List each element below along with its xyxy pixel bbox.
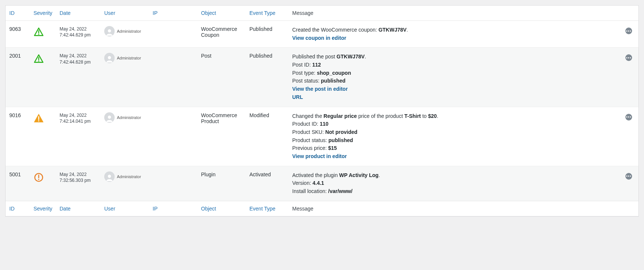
cell-message: Activated the plugin WP Activity Log.Ver… [288, 166, 622, 201]
user-name: Administrator [117, 29, 141, 33]
col-footer-object[interactable]: Object [197, 201, 246, 216]
svg-point-4 [38, 61, 39, 62]
message-content: Activated the plugin WP Activity Log.Ver… [292, 171, 618, 196]
svg-point-11 [38, 179, 39, 180]
table-row: 9016May 24, 20227:42:14.041 pmAdministra… [6, 107, 638, 166]
severity-low-icon [34, 113, 52, 123]
cell-event-type: Modified [246, 107, 288, 166]
col-header-actions [622, 6, 638, 21]
cell-id: 9016 [6, 107, 30, 166]
col-footer-severity[interactable]: Severity [30, 201, 56, 216]
cell-ip [149, 48, 197, 107]
cell-date: May 24, 20227:42:14.041 pm [56, 107, 101, 166]
message-link[interactable]: View the post in editor [292, 86, 348, 92]
cell-message: Created the WooCommerce coupon: GTKWJ78V… [288, 21, 622, 48]
ellipsis-icon: ••• [626, 29, 632, 33]
table-row: 5001May 24, 20227:32:56.303 pmAdministra… [6, 166, 638, 201]
cell-object: Plugin [197, 166, 246, 201]
cell-object: WooCommerce Product [197, 107, 246, 166]
col-header-user[interactable]: User [101, 6, 149, 21]
cell-severity [30, 21, 56, 48]
row-actions-button[interactable]: ••• [625, 173, 632, 180]
cell-object: WooCommerce Coupon [197, 21, 246, 48]
message-link[interactable]: View coupon in editor [292, 35, 346, 41]
col-footer-actions [622, 201, 638, 216]
cell-ip [149, 107, 197, 166]
avatar-icon [104, 112, 115, 123]
svg-point-8 [108, 115, 111, 118]
severity-medium-icon [34, 54, 52, 64]
message-content: Published the post GTKWJ78V.Post ID: 112… [292, 53, 618, 101]
avatar-icon [104, 171, 115, 182]
col-footer-id[interactable]: ID [6, 201, 30, 216]
cell-user: Administrator [101, 166, 149, 201]
col-footer-user[interactable]: User [101, 201, 149, 216]
col-footer-message: Message [288, 201, 622, 216]
activity-log-table: ID Severity Date User IP Object Event Ty… [5, 5, 639, 216]
cell-date: May 24, 20227:42:44.628 pm [56, 48, 101, 107]
table-footer: ID Severity Date User IP Object Event Ty… [6, 201, 638, 216]
table-row: 2001May 24, 20227:42:44.628 pmAdministra… [6, 48, 638, 107]
cell-id: 9063 [6, 21, 30, 48]
ellipsis-icon: ••• [626, 115, 632, 119]
col-header-id[interactable]: ID [6, 6, 30, 21]
cell-id: 5001 [6, 166, 30, 201]
cell-severity [30, 107, 56, 166]
svg-point-12 [108, 174, 111, 177]
cell-user: Administrator [101, 107, 149, 166]
severity-high-icon [34, 172, 52, 183]
svg-point-2 [108, 29, 111, 32]
col-footer-event-type[interactable]: Event Type [246, 201, 288, 216]
cell-actions: ••• [622, 166, 638, 201]
col-header-message: Message [288, 6, 622, 21]
svg-point-5 [108, 56, 111, 59]
user-name: Administrator [117, 174, 141, 179]
message-content: Changed the Regular price price of the p… [292, 112, 618, 161]
message-content: Created the WooCommerce coupon: GTKWJ78V… [292, 26, 618, 42]
col-header-severity[interactable]: Severity [30, 6, 56, 21]
cell-severity [30, 48, 56, 107]
cell-event-type: Published [246, 21, 288, 48]
col-header-event-type[interactable]: Event Type [246, 6, 288, 21]
cell-severity [30, 166, 56, 201]
row-actions-button[interactable]: ••• [625, 114, 632, 120]
user-name: Administrator [117, 56, 141, 60]
message-link[interactable]: View product in editor [292, 153, 347, 159]
severity-medium-icon [34, 27, 52, 37]
ellipsis-icon: ••• [626, 174, 632, 178]
svg-point-1 [38, 34, 39, 35]
cell-message: Changed the Regular price price of the p… [288, 107, 622, 166]
ellipsis-icon: ••• [626, 56, 632, 60]
col-footer-date[interactable]: Date [56, 201, 101, 216]
cell-message: Published the post GTKWJ78V.Post ID: 112… [288, 48, 622, 107]
cell-date: May 24, 20227:32:56.303 pm [56, 166, 101, 201]
cell-object: Post [197, 48, 246, 107]
row-actions-button[interactable]: ••• [625, 28, 632, 34]
table-header: ID Severity Date User IP Object Event Ty… [6, 6, 638, 21]
cell-date: May 24, 20227:42:44.629 pm [56, 21, 101, 48]
cell-user: Administrator [101, 48, 149, 107]
cell-actions: ••• [622, 48, 638, 107]
cell-event-type: Activated [246, 166, 288, 201]
cell-actions: ••• [622, 107, 638, 166]
cell-event-type: Published [246, 48, 288, 107]
cell-ip [149, 21, 197, 48]
table-row: 9063May 24, 20227:42:44.629 pmAdministra… [6, 21, 638, 48]
avatar-icon [104, 26, 115, 36]
cell-ip [149, 166, 197, 201]
user-name: Administrator [117, 115, 141, 120]
svg-point-7 [38, 120, 39, 121]
col-footer-ip[interactable]: IP [149, 201, 197, 216]
avatar-icon [104, 53, 115, 63]
message-link[interactable]: URL [292, 94, 303, 100]
col-header-ip[interactable]: IP [149, 6, 197, 21]
row-actions-button[interactable]: ••• [625, 54, 632, 61]
cell-actions: ••• [622, 21, 638, 48]
col-header-object[interactable]: Object [197, 6, 246, 21]
cell-id: 2001 [6, 48, 30, 107]
col-header-date[interactable]: Date [56, 6, 101, 21]
cell-user: Administrator [101, 21, 149, 48]
